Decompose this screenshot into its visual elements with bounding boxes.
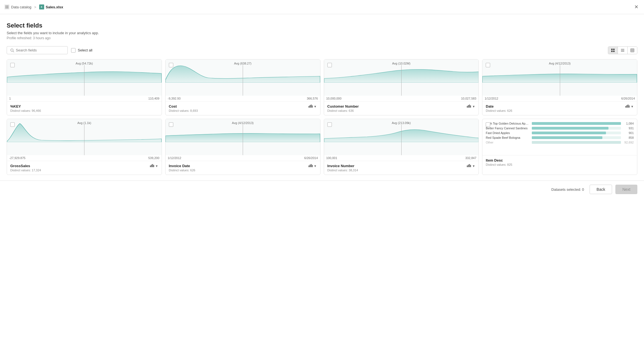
- view-table-button[interactable]: [628, 47, 637, 54]
- card-customer-number: Avg (10.02M) 10,000,000 10,027,583 C: [324, 59, 479, 115]
- svg-rect-38: [467, 165, 468, 167]
- dropdown-arrow-inv-num[interactable]: ▼: [472, 164, 475, 168]
- chart-type-icon-inv-date[interactable]: [308, 164, 313, 168]
- card-percent-key-checkbox[interactable]: [10, 63, 15, 67]
- chart-range-inv-num: 100,001 332,847: [324, 155, 479, 161]
- bar-row-1: High Top Golden Delcious Apples 1,084: [486, 122, 634, 125]
- card-invoice-date-checkbox[interactable]: [169, 122, 173, 127]
- card-footer-percent-key: %KEY Distinct values: 96,466: [7, 101, 162, 115]
- svg-rect-8: [611, 51, 613, 52]
- svg-rect-30: [150, 165, 151, 167]
- bottom-bar: Datasets selected: 0 Back Next: [0, 180, 644, 198]
- svg-rect-29: [629, 105, 630, 108]
- dropdown-arrow-gross[interactable]: ▼: [155, 164, 158, 168]
- svg-rect-27: [627, 105, 627, 108]
- cards-grid: Avg (54.72k) 1 110,409 %KEY: [7, 59, 637, 175]
- select-all-label: Select all: [78, 48, 92, 52]
- svg-rect-3: [7, 7, 8, 8]
- svg-line-5: [13, 51, 14, 52]
- select-all-checkbox[interactable]: [71, 48, 76, 53]
- breadcrumb-separator: >: [34, 5, 36, 9]
- card-invoice-number: Avg (213.09k) 100,001 332,847 Invoic: [324, 119, 479, 175]
- back-button[interactable]: Back: [590, 185, 612, 194]
- chart-avg-line-gross: [84, 125, 84, 155]
- card-field-name-percent-key: %KEY: [10, 104, 21, 108]
- card-gross-sales: Avg (1.1k) -27,929.875 539,200 Gross: [7, 119, 162, 175]
- card-distinct-cost: Distinct values: 8,693: [169, 109, 317, 112]
- card-distinct-inv-num: Distinct values: 38,314: [327, 169, 475, 172]
- view-grid-button[interactable]: [608, 47, 618, 54]
- card-distinct-customer: Distinct values: 636: [327, 109, 475, 112]
- svg-rect-33: [153, 165, 154, 167]
- card-percent-key-chart: Avg (54.72k): [7, 60, 162, 96]
- chart-type-icon-gross[interactable]: [150, 164, 154, 168]
- card-percent-key: Avg (54.72k) 1 110,409 %KEY: [7, 59, 162, 115]
- card-field-name-date: Date: [486, 104, 493, 108]
- svg-rect-34: [309, 165, 309, 167]
- card-invoice-date-chart: Avg (4/12/2013): [166, 119, 320, 155]
- svg-rect-23: [468, 105, 469, 108]
- search-input[interactable]: [16, 48, 64, 52]
- chart-type-icon-inv-num[interactable]: [467, 164, 471, 168]
- card-invoice-number-checkbox[interactable]: [327, 122, 332, 127]
- chart-type-icon-date[interactable]: [625, 104, 630, 108]
- svg-rect-37: [312, 165, 313, 167]
- svg-rect-21: [312, 105, 313, 108]
- select-all-wrapper[interactable]: Select all: [71, 48, 92, 53]
- card-gross-sales-checkbox[interactable]: [10, 122, 15, 127]
- svg-rect-7: [613, 49, 615, 50]
- chart-avg-label-customer: Avg (10.02M): [392, 62, 410, 65]
- card-field-name-customer: Customer Number: [327, 104, 359, 108]
- chart-range-cost: -9,392.93 366,576: [166, 96, 320, 101]
- chart-avg-line-inv-date: [243, 125, 243, 155]
- dropdown-arrow-date[interactable]: ▼: [631, 105, 634, 108]
- card-distinct-gross: Distinct values: 17,324: [10, 169, 158, 172]
- breadcrumb-data-catalog[interactable]: Data catalog: [4, 4, 31, 9]
- svg-rect-18: [309, 106, 309, 108]
- svg-rect-2: [6, 7, 7, 8]
- breadcrumb-bar: Data catalog > X Sales.xlsx ✕: [0, 0, 644, 14]
- bar-row-other: Other 92,692: [486, 141, 634, 144]
- card-cost-checkbox[interactable]: [169, 63, 173, 67]
- dropdown-arrow-customer[interactable]: ▼: [472, 105, 475, 108]
- dropdown-arrow-cost[interactable]: ▼: [314, 105, 317, 108]
- svg-rect-9: [613, 51, 615, 52]
- card-date: Avg (4/12/2013) 1/12/2012 6/26/2014: [482, 59, 637, 115]
- chart-type-icon-cost[interactable]: [308, 104, 313, 108]
- svg-rect-24: [469, 105, 470, 108]
- chart-avg-line: [84, 65, 84, 96]
- svg-rect-20: [311, 105, 312, 108]
- card-item-desc-checkbox[interactable]: [486, 122, 490, 127]
- card-field-name-inv-date: Invoice Date: [169, 164, 190, 168]
- chart-range-inv-date: 1/12/2012 6/26/2014: [166, 155, 320, 161]
- card-actions-inv-date: ▼: [308, 164, 317, 168]
- card-customer-number-checkbox[interactable]: [327, 63, 332, 67]
- svg-rect-40: [469, 164, 470, 167]
- view-list-button[interactable]: [618, 47, 628, 54]
- svg-rect-39: [468, 165, 469, 167]
- dropdown-arrow-inv-date[interactable]: ▼: [314, 164, 317, 168]
- chart-type-icon-customer[interactable]: [467, 104, 471, 108]
- close-button[interactable]: ✕: [633, 3, 640, 11]
- card-actions-date: ▼: [625, 104, 634, 108]
- card-date-checkbox[interactable]: [486, 63, 490, 67]
- card-gross-sales-chart: Avg (1.1k): [7, 119, 162, 155]
- bar-row-2: Better Fancy Canned Sardines 931: [486, 127, 634, 130]
- svg-rect-32: [152, 164, 153, 167]
- svg-rect-19: [310, 105, 310, 108]
- chart-avg-label-inv-date: Avg (4/12/2013): [232, 121, 254, 125]
- toolbar: Select all: [7, 46, 637, 54]
- card-actions-customer: ▼: [467, 104, 475, 108]
- search-icon: [10, 48, 14, 52]
- svg-rect-6: [611, 49, 613, 50]
- card-footer-item-desc: Item Desc Distinct values: 825: [482, 155, 637, 169]
- card-item-desc: High Top Golden Delcious Apples 1,084 Be…: [482, 119, 637, 175]
- chart-avg-label-inv-num: Avg (213.09k): [392, 121, 411, 125]
- svg-rect-26: [625, 106, 626, 108]
- card-invoice-date: Avg (4/12/2013) 1/12/2012 6/26/2014: [165, 119, 320, 175]
- chart-avg-line-inv-num: [401, 125, 402, 155]
- datasets-info: Datasets selected: 0: [551, 187, 584, 192]
- chart-avg-label: Avg (54.72k): [76, 62, 93, 65]
- breadcrumb-file[interactable]: X Sales.xlsx: [39, 4, 63, 9]
- svg-rect-25: [470, 105, 471, 108]
